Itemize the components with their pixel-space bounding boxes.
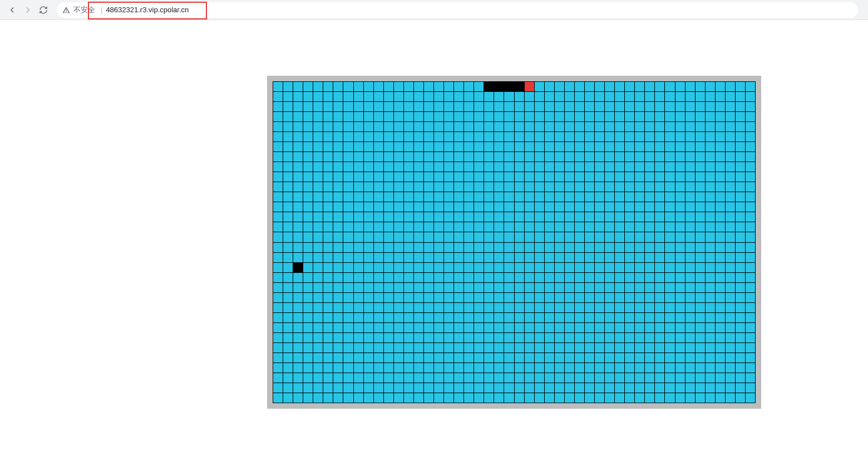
grid-cell <box>685 273 695 282</box>
grid-cell <box>685 393 695 403</box>
grid-cell <box>343 212 353 222</box>
grid-cell <box>535 82 544 91</box>
grid-cell <box>424 122 433 131</box>
grid-cell <box>384 363 393 373</box>
grid-cell <box>343 162 353 172</box>
grid-cell <box>333 82 343 91</box>
grid-cell <box>615 373 624 383</box>
grid-cell <box>655 192 664 202</box>
grid-cell <box>665 212 674 222</box>
snake-body-cell <box>494 82 504 91</box>
grid-cell <box>333 112 343 121</box>
grid-cell <box>494 253 504 262</box>
grid-cell <box>434 172 443 182</box>
grid-cell <box>696 152 705 161</box>
grid-cell <box>354 313 363 322</box>
game-grid[interactable] <box>273 81 756 403</box>
grid-cell <box>685 263 695 272</box>
grid-cell <box>625 92 634 101</box>
grid-cell <box>736 162 745 172</box>
grid-cell <box>665 232 674 242</box>
grid-cell <box>685 102 695 111</box>
grid-cell <box>535 232 544 242</box>
grid-cell <box>545 192 554 202</box>
grid-cell <box>374 263 383 272</box>
grid-cell <box>384 192 393 202</box>
grid-cell <box>625 112 634 121</box>
grid-cell <box>585 232 594 242</box>
grid-cell <box>696 393 705 403</box>
grid-cell <box>504 112 514 121</box>
grid-cell <box>394 273 403 282</box>
grid-cell <box>555 263 564 272</box>
grid-cell <box>665 363 674 373</box>
grid-cell <box>444 273 453 282</box>
arrow-right-icon <box>23 5 33 15</box>
grid-cell <box>605 263 614 272</box>
grid-cell <box>565 102 574 111</box>
grid-cell <box>605 152 614 161</box>
grid-cell <box>726 212 735 222</box>
grid-cell <box>615 142 624 151</box>
grid-cell <box>354 263 363 272</box>
grid-cell <box>555 92 564 101</box>
grid-cell <box>545 182 554 192</box>
grid-cell <box>303 132 313 141</box>
forward-button[interactable] <box>20 2 36 18</box>
grid-cell <box>605 253 614 262</box>
grid-cell <box>404 192 413 202</box>
grid-cell <box>504 122 514 131</box>
grid-cell <box>625 313 634 322</box>
grid-cell <box>333 323 343 332</box>
grid-cell <box>404 243 413 252</box>
back-button[interactable] <box>4 2 20 18</box>
grid-cell <box>645 383 654 393</box>
grid-cell <box>635 92 644 101</box>
grid-cell <box>333 192 343 202</box>
grid-cell <box>645 343 654 352</box>
grid-cell <box>283 323 293 332</box>
grid-cell <box>343 353 353 363</box>
grid-cell <box>293 273 303 282</box>
grid-cell <box>364 303 373 312</box>
grid-cell <box>474 232 484 242</box>
grid-cell <box>494 222 504 232</box>
grid-cell <box>404 353 413 363</box>
grid-cell <box>525 102 534 111</box>
grid-cell <box>364 393 373 403</box>
grid-cell <box>303 182 313 192</box>
grid-cell <box>464 353 474 363</box>
grid-cell <box>394 323 403 332</box>
grid-cell <box>464 253 474 262</box>
grid-cell <box>474 383 484 393</box>
address-bar[interactable]: 不安全 | 48632321.r3.vip.cpolar.cn <box>57 2 858 18</box>
grid-cell <box>645 313 654 322</box>
grid-cell <box>394 283 403 292</box>
grid-cell <box>424 303 433 312</box>
grid-cell <box>484 333 494 342</box>
grid-cell <box>273 353 283 363</box>
grid-cell <box>575 353 584 363</box>
grid-cell <box>585 243 594 252</box>
grid-cell <box>374 112 383 121</box>
grid-cell <box>343 182 353 192</box>
grid-cell <box>736 92 745 101</box>
grid-cell <box>394 222 403 232</box>
grid-cell <box>313 323 323 332</box>
grid-cell <box>283 263 293 272</box>
grid-cell <box>615 162 624 172</box>
grid-cell <box>525 253 534 262</box>
grid-cell <box>313 162 323 172</box>
grid-cell <box>494 293 504 302</box>
grid-cell <box>575 243 584 252</box>
reload-button[interactable] <box>36 2 51 18</box>
grid-cell <box>444 162 453 172</box>
grid-cell <box>515 142 524 151</box>
grid-cell <box>484 253 494 262</box>
grid-cell <box>716 373 725 383</box>
grid-cell <box>625 222 634 232</box>
grid-cell <box>615 293 624 302</box>
grid-cell <box>474 373 484 383</box>
grid-cell <box>665 383 674 393</box>
grid-cell <box>343 323 353 332</box>
